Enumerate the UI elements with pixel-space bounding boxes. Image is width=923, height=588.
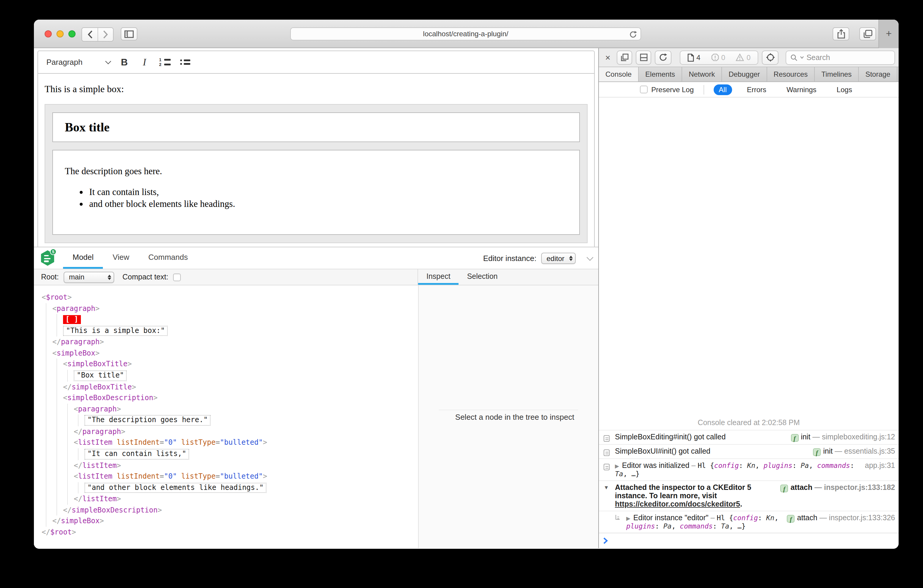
- console-message[interactable]: finit — simpleboxediting.js:12SimpleBoxE…: [599, 430, 898, 444]
- url-text: localhost/creating-a-plugin/: [423, 30, 509, 38]
- source-location-link[interactable]: app.js:31: [865, 462, 895, 470]
- console-log-area: Console cleared at 2:02:58 PM finit — si…: [599, 97, 898, 533]
- intro-paragraph[interactable]: This is a simple box:: [44, 84, 588, 95]
- show-tab-overview-button[interactable]: [859, 27, 876, 40]
- console-filter-errors[interactable]: Errors: [742, 84, 772, 95]
- model-tree-node[interactable]: <listItem listIndent="0" listType="bulle…: [34, 471, 418, 482]
- console-message[interactable]: app.js:31▶Editor was initialized – Hl {c…: [599, 458, 898, 480]
- close-window-button[interactable]: [44, 30, 52, 38]
- devtools-tab-overflow[interactable]: »: [897, 67, 898, 81]
- sidebar-toggle-button[interactable]: [121, 27, 137, 40]
- error-count-segment[interactable]: 0: [711, 53, 725, 62]
- devtools-tab-resources[interactable]: Resources: [767, 67, 815, 81]
- simplebox-description[interactable]: The description goes here. It can contai…: [53, 150, 580, 235]
- indent-guide: [46, 516, 46, 527]
- description-paragraph[interactable]: The description goes here.: [65, 166, 567, 177]
- close-devtools-button[interactable]: ×: [603, 52, 613, 63]
- paragraph-style-dropdown[interactable]: Paragraph: [38, 51, 114, 73]
- model-tree-node[interactable]: </paragraph>: [34, 426, 418, 437]
- devtools-search-field[interactable]: Search: [786, 50, 895, 64]
- numbered-list-button[interactable]: 1 2: [154, 53, 175, 71]
- page-resources-segment[interactable]: 4: [688, 53, 700, 62]
- devtools-tab-console[interactable]: Console: [599, 67, 639, 81]
- bold-button[interactable]: B: [114, 53, 135, 71]
- root-select[interactable]: main: [64, 271, 114, 283]
- devtools-tab-debugger[interactable]: Debugger: [722, 67, 767, 81]
- preserve-log-checkbox[interactable]: [640, 85, 648, 94]
- model-tree-node[interactable]: </listItem>: [34, 493, 418, 504]
- simplebox-title[interactable]: Box title: [53, 112, 580, 142]
- inspector-tab-commands[interactable]: Commands: [139, 247, 197, 269]
- model-tree-node[interactable]: [ ]: [34, 314, 418, 325]
- model-tree-node[interactable]: <simpleBox>: [34, 348, 418, 359]
- simplebox-widget[interactable]: Box title The description goes here. It …: [44, 104, 588, 243]
- bulleted-list-button[interactable]: [175, 53, 195, 71]
- inspector-tab-view[interactable]: View: [103, 247, 139, 269]
- element-picker-button[interactable]: [762, 50, 778, 64]
- browser-titlebar: localhost/creating-a-plugin/: [34, 20, 898, 48]
- model-tree-node[interactable]: </simpleBox>: [34, 516, 418, 527]
- inspector-subbar: Root: main Compact text: InspectSelectio…: [34, 269, 598, 286]
- source-location-link[interactable]: inspector.js:133:182: [824, 483, 895, 492]
- share-button[interactable]: [833, 27, 849, 40]
- italic-button[interactable]: I: [135, 53, 154, 71]
- source-location-link[interactable]: essentials.js:35: [844, 447, 895, 455]
- model-tree-node[interactable]: <simpleBoxTitle>: [34, 359, 418, 370]
- console-filter-warnings[interactable]: Warnings: [781, 84, 822, 95]
- disclosure-triangle-collapsed[interactable]: ▶: [615, 463, 619, 469]
- model-tree-node[interactable]: </simpleBoxDescription>: [34, 505, 418, 516]
- new-tab-button[interactable]: +: [879, 20, 898, 48]
- model-tree-node[interactable]: "The description goes here.": [34, 415, 418, 426]
- devtools-tab-timelines[interactable]: Timelines: [815, 67, 859, 81]
- message-text: ,: [809, 462, 817, 470]
- reload-page-button[interactable]: [655, 50, 672, 64]
- devtools-tab-network[interactable]: Network: [682, 67, 722, 81]
- address-bar[interactable]: localhost/creating-a-plugin/: [290, 27, 641, 40]
- model-tree-node[interactable]: "Box title": [34, 370, 418, 381]
- model-tree-node[interactable]: </$root>: [34, 527, 418, 538]
- inspector-tab-model[interactable]: Model: [63, 247, 103, 269]
- console-message[interactable]: ▼fattach — inspector.js:133:182Attached …: [599, 480, 898, 511]
- reload-button[interactable]: [629, 30, 637, 39]
- dock-side-button[interactable]: [636, 50, 651, 64]
- console-prompt[interactable]: [599, 533, 898, 548]
- zoom-window-button[interactable]: [68, 30, 76, 38]
- model-tree-node[interactable]: </paragraph>: [34, 337, 418, 348]
- model-tree-node[interactable]: </listItem>: [34, 460, 418, 471]
- model-tree-node[interactable]: <paragraph>: [34, 303, 418, 314]
- console-message[interactable]: finit — essentials.js:35SimpleBoxUI#init…: [599, 444, 898, 458]
- minimize-window-button[interactable]: [56, 30, 64, 38]
- model-tree-node[interactable]: <paragraph>: [34, 404, 418, 415]
- console-link[interactable]: https://ckeditor.com/docs/ckeditor5: [615, 500, 740, 508]
- devtools-tab-elements[interactable]: Elements: [639, 67, 682, 81]
- forward-button[interactable]: [97, 28, 113, 41]
- devtools-tab-storage[interactable]: Storage: [859, 67, 897, 81]
- description-list-item[interactable]: and other block elements like headings.: [89, 199, 567, 209]
- editor-instance-select[interactable]: editor: [541, 253, 576, 264]
- description-list-item[interactable]: It can contain lists,: [89, 187, 567, 197]
- console-message[interactable]: fattach — inspector.js:133:326▶Editor in…: [599, 511, 898, 533]
- back-button[interactable]: [82, 28, 97, 41]
- console-filter-logs[interactable]: Logs: [831, 84, 857, 95]
- model-tree-node[interactable]: "This is a simple box:": [34, 325, 418, 337]
- collapse-inspector-icon[interactable]: [587, 254, 593, 261]
- inspector-side-tab-selection[interactable]: Selection: [459, 269, 506, 285]
- inspector-side-tab-inspect[interactable]: Inspect: [418, 269, 459, 285]
- editor-content[interactable]: This is a simple box: Box title The desc…: [38, 74, 594, 255]
- indent-guide: [56, 471, 57, 482]
- model-tree-node[interactable]: "It can contain lists,": [34, 448, 418, 460]
- model-tree-node[interactable]: "and other block elements like headings.…: [34, 482, 418, 493]
- model-tree-node[interactable]: <listItem listIndent="0" listType="bulle…: [34, 437, 418, 448]
- disclosure-triangle-collapsed[interactable]: ▶: [626, 516, 631, 521]
- source-location-link[interactable]: simpleboxediting.js:12: [822, 433, 895, 441]
- model-tree-node[interactable]: <$root>: [34, 292, 418, 303]
- console-filter-all[interactable]: All: [713, 84, 732, 95]
- compact-text-checkbox[interactable]: [173, 273, 181, 281]
- source-location-link[interactable]: inspector.js:133:326: [829, 514, 895, 522]
- detach-button[interactable]: [617, 50, 632, 64]
- message-text: –: [689, 462, 698, 470]
- warning-count-segment[interactable]: 0: [736, 53, 751, 62]
- model-tree-node[interactable]: </simpleBoxTitle>: [34, 381, 418, 393]
- model-tree-node[interactable]: <simpleBoxDescription>: [34, 393, 418, 403]
- disclosure-triangle-expanded[interactable]: ▼: [604, 485, 609, 491]
